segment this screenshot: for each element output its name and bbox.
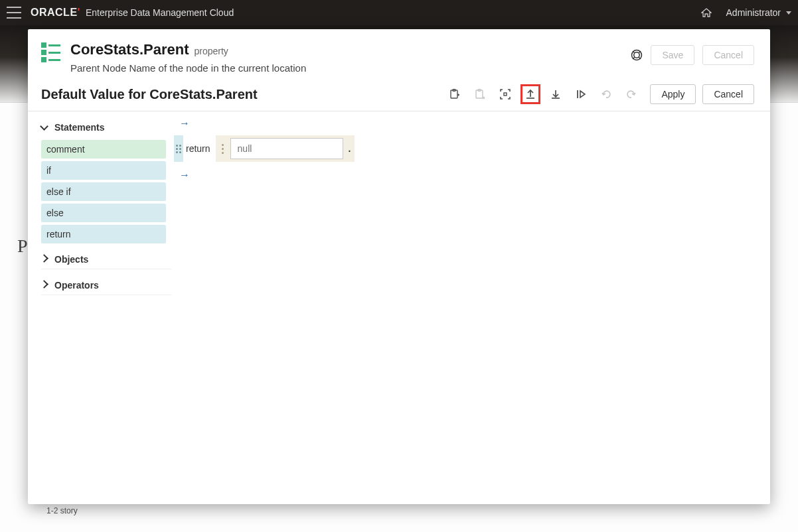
expr-drag-handle-icon[interactable] (220, 144, 226, 154)
product-name: Enterprise Data Management Cloud (86, 7, 234, 18)
palette-section-statements[interactable]: Statements (41, 118, 171, 137)
masthead: ORACLE' Enterprise Data Management Cloud… (0, 0, 798, 25)
palette-panel: Statements comment if else if else retur… (28, 111, 171, 504)
download-icon[interactable] (548, 86, 564, 102)
return-keyword: return (186, 143, 210, 154)
palette-item-return[interactable]: return (41, 225, 166, 243)
section-title: Default Value for CoreStats.Parent (41, 87, 258, 102)
focus-icon[interactable] (497, 86, 513, 102)
help-icon[interactable] (631, 49, 643, 61)
save-button[interactable]: Save (651, 45, 694, 65)
editor-toolbar: Default Value for CoreStats.Parent (28, 84, 770, 111)
palette-section-label: Objects (54, 254, 88, 265)
dialog-title: CoreStats.Parent (70, 41, 189, 58)
user-menu[interactable]: Administrator (726, 7, 791, 18)
chevron-down-icon (41, 123, 49, 131)
insert-pointer-icon[interactable]: → (179, 118, 190, 129)
dialog-subtitle: Parent Node Name of the node in the curr… (70, 62, 631, 74)
brand-text: ORACLE (31, 7, 78, 18)
svg-rect-10 (504, 93, 507, 96)
chevron-right-icon (41, 255, 49, 263)
cancel-button[interactable]: Cancel (702, 45, 754, 65)
background-row: 1-2 story (46, 506, 78, 515)
apply-button[interactable]: Apply (650, 84, 696, 104)
caret-down-icon (786, 11, 791, 15)
end-statement-dot: . (349, 143, 351, 154)
return-statement[interactable]: return . (174, 134, 355, 163)
palette-item-else[interactable]: else (41, 204, 166, 222)
user-name: Administrator (726, 7, 781, 18)
chevron-right-icon (41, 281, 49, 289)
paste-icon[interactable] (447, 86, 463, 102)
svg-point-1 (634, 52, 639, 58)
expression-slot: . (216, 135, 355, 162)
palette-section-objects[interactable]: Objects (41, 250, 171, 269)
paste-special-icon (472, 86, 488, 102)
redo-icon (623, 86, 639, 102)
editor-cancel-button[interactable]: Cancel (702, 84, 754, 104)
dialog-header: CoreStats.Parent property Parent Node Na… (28, 29, 770, 84)
undo-icon (598, 86, 614, 102)
home-icon[interactable] (701, 8, 712, 17)
expression-editor-dialog: CoreStats.Parent property Parent Node Na… (28, 29, 770, 504)
run-icon[interactable] (573, 86, 589, 102)
palette-section-operators[interactable]: Operators (41, 276, 171, 295)
hamburger-menu-icon[interactable] (7, 7, 21, 19)
expression-value-input[interactable] (230, 138, 343, 159)
insert-pointer-icon[interactable]: → (179, 170, 190, 180)
palette-section-label: Statements (54, 122, 104, 133)
dialog-title-tag: property (195, 46, 228, 56)
property-object-icon (41, 42, 60, 61)
upload-icon[interactable] (522, 86, 538, 102)
palette-section-label: Operators (54, 280, 99, 291)
drag-handle-icon[interactable] (174, 135, 183, 162)
palette-item-elseif[interactable]: else if (41, 182, 166, 201)
brand-logo: ORACLE' (31, 7, 80, 19)
expression-canvas: → return . → (171, 111, 770, 504)
palette-item-comment[interactable]: comment (41, 140, 166, 159)
palette-item-if[interactable]: if (41, 161, 166, 180)
